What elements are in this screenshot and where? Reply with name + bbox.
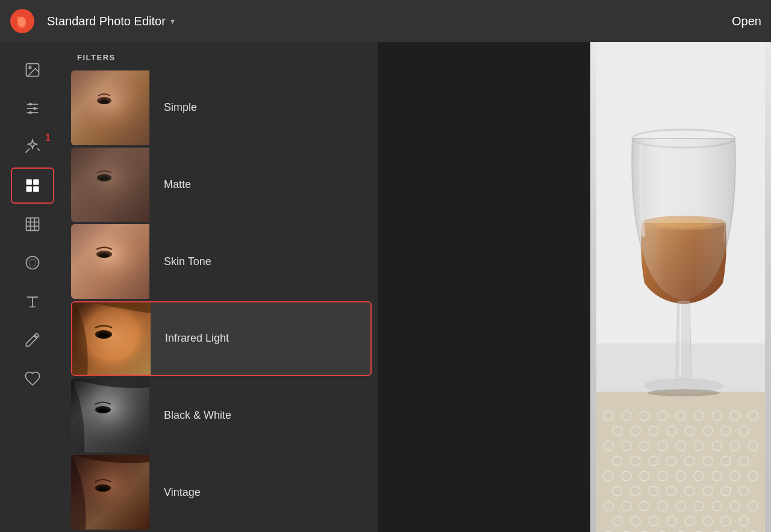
dropdown-icon: ▾ xyxy=(170,16,175,26)
header-title-area[interactable]: Standard Photo Editor ▾ xyxy=(47,14,175,28)
svg-point-6 xyxy=(29,103,32,106)
filter-bw-thumb xyxy=(71,378,149,453)
app-logo xyxy=(10,8,35,34)
grid-tool-button[interactable] xyxy=(11,206,54,242)
filter-simple[interactable]: Simple xyxy=(71,70,372,145)
filters-panel: FILTERS xyxy=(65,42,378,532)
filter-matte-thumb xyxy=(71,148,149,222)
magic-tool-button[interactable]: 1 xyxy=(11,129,54,165)
svg-rect-25 xyxy=(71,148,149,222)
svg-point-30 xyxy=(99,253,110,258)
filter-matte[interactable]: Matte xyxy=(71,148,372,222)
svg-point-20 xyxy=(27,257,39,269)
svg-point-27 xyxy=(99,177,109,181)
svg-rect-12 xyxy=(33,180,39,185)
svg-point-36 xyxy=(98,408,108,413)
svg-rect-13 xyxy=(27,186,32,192)
filter-skin-tone-label: Skin Tone xyxy=(149,255,372,268)
filter-black-white[interactable]: Black & White xyxy=(71,378,372,453)
svg-point-24 xyxy=(99,99,109,104)
svg-rect-28 xyxy=(71,224,149,299)
svg-rect-15 xyxy=(27,218,39,231)
image-tool-button[interactable] xyxy=(11,52,54,88)
filter-vintage[interactable]: Vintage xyxy=(71,455,372,530)
magic-badge: 1 xyxy=(45,133,51,143)
brush-tool-button[interactable] xyxy=(11,322,54,358)
main-area: 1 xyxy=(0,42,771,532)
open-button[interactable]: Open xyxy=(732,14,761,28)
filter-vintage-label: Vintage xyxy=(149,486,372,499)
photo-canvas xyxy=(378,42,771,532)
svg-point-33 xyxy=(98,333,110,339)
filter-simple-label: Simple xyxy=(149,101,372,114)
header: Standard Photo Editor ▾ Open xyxy=(0,0,771,42)
filter-infrared-light[interactable]: Infrared Light xyxy=(71,301,372,376)
filter-vintage-thumb xyxy=(71,455,149,530)
svg-rect-11 xyxy=(27,180,32,185)
app-title: Standard Photo Editor xyxy=(47,14,166,28)
vignette-tool-button[interactable] xyxy=(11,245,54,281)
filters-title: FILTERS xyxy=(65,42,378,70)
filters-tool-button[interactable] xyxy=(11,167,54,204)
favorites-tool-button[interactable] xyxy=(11,360,54,396)
filter-skin-tone-thumb xyxy=(71,224,149,299)
filter-matte-label: Matte xyxy=(149,178,372,191)
text-tool-button[interactable] xyxy=(11,283,54,319)
filter-infrared-label: Infrared Light xyxy=(151,332,370,345)
filter-bw-label: Black & White xyxy=(149,409,372,422)
filter-infrared-thumb xyxy=(72,301,151,376)
svg-point-7 xyxy=(33,107,36,110)
wine-glass-image xyxy=(596,42,765,532)
svg-point-2 xyxy=(29,66,31,69)
filter-simple-thumb xyxy=(71,70,149,145)
svg-point-138 xyxy=(648,389,720,396)
svg-line-9 xyxy=(37,148,40,151)
svg-point-21 xyxy=(29,259,36,266)
svg-rect-22 xyxy=(71,70,149,145)
svg-line-10 xyxy=(25,148,30,152)
svg-point-39 xyxy=(98,487,108,492)
photo-display xyxy=(590,42,771,532)
adjustments-tool-button[interactable] xyxy=(11,90,54,127)
tool-sidebar: 1 xyxy=(0,42,65,532)
filter-skin-tone[interactable]: Skin Tone 2 xyxy=(71,224,372,299)
svg-rect-14 xyxy=(33,186,39,192)
svg-point-8 xyxy=(29,111,32,114)
